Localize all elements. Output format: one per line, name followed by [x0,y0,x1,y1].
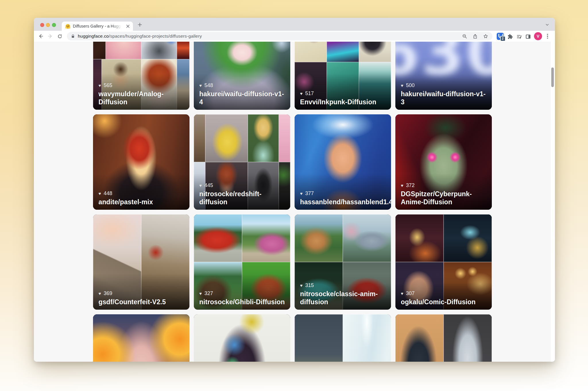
model-preview-image [395,314,492,362]
extension-badge: 2 [500,36,506,41]
likes-row: ♥372 [401,182,488,188]
card-meta: ♥377hassanblend/hassanblend1.4 [300,190,387,206]
card-meta: ♥445nitrosocke/redshift-diffusion [199,182,286,206]
scrollbar-track[interactable] [550,42,555,362]
card-meta: ♥327nitrosocke/Ghibli-Diffusion [199,290,286,306]
heart-icon: ♥ [401,291,403,296]
url-domain: huggingface.co [78,34,109,38]
lock-icon [71,34,75,38]
heart-icon: ♥ [401,83,403,88]
close-tab-icon[interactable] [125,24,130,28]
model-card[interactable]: ♥372DGSpitzer/Cyberpunk-Anime-Diffusion [395,114,492,210]
model-name: andite/pastel-mix [98,198,185,206]
likes-row: ♥307 [401,290,488,296]
card-meta: ♥448andite/pastel-mix [98,190,185,206]
reload-button[interactable] [56,33,63,40]
browser-tab[interactable]: 🤗 Diffusers Gallery - a Hugging F [62,22,133,31]
model-name: ogkalu/Comic-Diffusion [401,298,488,306]
heart-icon: ♥ [199,83,202,88]
like-count: 445 [204,182,213,188]
model-card[interactable]: ♥548hakurei/waifu-diffusion-v1-4 [194,42,290,110]
like-count: 369 [104,290,112,296]
model-card[interactable]: ♥517Envvi/Inkpunk-Diffusion [295,42,391,110]
model-card[interactable]: ♥445nitrosocke/redshift-diffusion [194,114,290,210]
hugging-face-favicon: 🤗 [65,24,71,28]
profile-avatar[interactable]: V [534,32,542,40]
model-name: hakurei/waifu-diffusion-v1-4 [199,90,286,106]
close-window-button[interactable] [40,23,44,27]
scrollbar-thumb[interactable] [551,68,554,87]
back-button[interactable] [37,33,44,40]
url-path: /spaces/huggingface-projects/diffusers-g… [109,34,202,38]
model-name: nitrosocke/redshift-diffusion [199,190,286,206]
likes-row: ♥448 [98,190,185,197]
address-bar[interactable]: huggingface.co/spaces/huggingface-projec… [67,32,492,41]
model-card[interactable]: ♥307ogkalu/Comic-Diffusion [395,214,492,310]
fullscreen-window-button[interactable] [52,23,56,27]
heart-icon: ♥ [98,191,101,196]
heart-icon: ♥ [300,283,303,288]
password-manager-extension-icon[interactable]: 2 [496,32,504,40]
heart-icon: ♥ [300,191,303,196]
model-name: nitrosocke/Ghibli-Diffusion [199,298,286,306]
model-card[interactable] [194,314,290,362]
model-card[interactable]: ♥369gsdf/Counterfeit-V2.5 [93,214,189,310]
like-count: 327 [204,290,213,296]
browser-window: 🤗 Diffusers Gallery - a Hugging F [34,18,555,362]
heart-icon: ♥ [401,183,403,188]
model-name: gsdf/Counterfeit-V2.5 [98,298,185,306]
model-card[interactable] [295,314,391,362]
desktop: 🤗 Diffusers Gallery - a Hugging F [0,0,588,391]
likes-row: ♥548 [199,82,286,88]
card-meta: ♥307ogkalu/Comic-Diffusion [401,290,488,306]
model-name: Envvi/Inkpunk-Diffusion [300,98,387,106]
likes-row: ♥327 [199,290,286,296]
card-meta: ♥565wavymulder/Analog-Diffusion [98,82,185,106]
share-icon[interactable] [473,34,478,39]
like-count: 448 [104,190,112,197]
new-tab-button[interactable] [136,21,143,28]
model-card[interactable]: 630♥500hakurei/waifu-diffusion-v1-3 [395,42,492,110]
media-controls-icon[interactable] [515,33,523,40]
bookmark-star-icon[interactable] [483,34,488,39]
model-card[interactable]: ♥565wavymulder/Analog-Diffusion [93,42,189,110]
model-card[interactable]: ♥377hassanblend/hassanblend1.4 [295,114,391,210]
model-grid: ♥565wavymulder/Analog-Diffusion♥548hakur… [93,42,492,362]
zoom-icon[interactable] [462,34,467,39]
likes-row: ♥445 [199,182,286,188]
like-count: 377 [305,190,314,197]
model-name: nitrosocke/classic-anim-diffusion [300,290,387,306]
minimize-window-button[interactable] [46,23,50,27]
model-card[interactable]: ♥327nitrosocke/Ghibli-Diffusion [194,214,290,310]
card-meta: ♥315nitrosocke/classic-anim-diffusion [300,282,387,306]
card-meta: ♥548hakurei/waifu-diffusion-v1-4 [199,82,286,106]
model-card[interactable] [395,314,492,362]
url-text: huggingface.co/spaces/huggingface-projec… [78,34,202,39]
model-card[interactable]: ♥315nitrosocke/classic-anim-diffusion [295,214,391,310]
card-meta: ♥500hakurei/waifu-diffusion-v1-3 [401,82,488,106]
heart-icon: ♥ [300,91,303,96]
model-preview-image [295,314,391,362]
browser-toolbar: huggingface.co/spaces/huggingface-projec… [34,31,555,42]
model-card[interactable] [93,314,189,362]
card-meta: ♥517Envvi/Inkpunk-Diffusion [300,90,387,106]
model-card[interactable]: ♥448andite/pastel-mix [93,114,189,210]
like-count: 548 [204,82,213,88]
sidebar-toggle-icon[interactable] [524,33,532,40]
image-tile [395,314,444,362]
likes-row: ♥315 [300,282,387,288]
chevron-down-icon[interactable] [544,22,550,28]
tab-title: Diffusers Gallery - a Hugging F [73,24,121,28]
image-tile [444,314,492,362]
likes-row: ♥500 [401,82,488,88]
browser-menu-icon[interactable] [545,33,550,40]
heart-icon: ♥ [199,183,202,188]
forward-button[interactable] [47,33,54,40]
tab-strip: 🤗 Diffusers Gallery - a Hugging F [34,18,555,31]
like-count: 500 [406,82,415,88]
model-name: hakurei/waifu-diffusion-v1-3 [401,90,488,106]
like-count: 372 [406,182,415,188]
extensions-puzzle-icon[interactable] [506,33,514,40]
likes-row: ♥517 [300,90,387,97]
model-name: DGSpitzer/Cyberpunk-Anime-Diffusion [401,190,488,206]
